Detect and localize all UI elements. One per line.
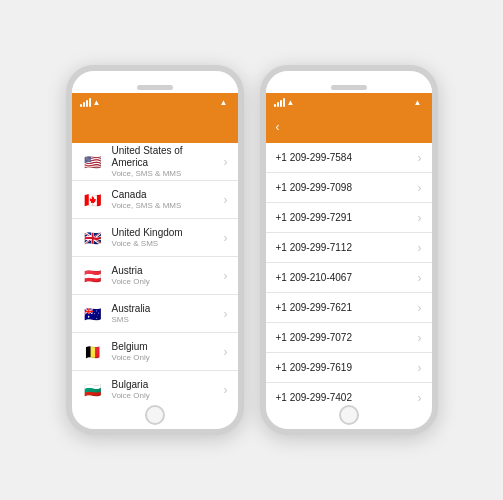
speaker (137, 85, 173, 90)
nav-bar-1 (72, 111, 238, 143)
chevron-right-icon: › (224, 231, 228, 245)
number-list-item[interactable]: +1 209-299-7072 › (266, 323, 432, 353)
signal-icon-2 (274, 98, 285, 107)
country-name: Belgium (112, 341, 220, 353)
country-name: Canada (112, 189, 220, 201)
battery-icon-1: ▲ (220, 98, 228, 107)
country-list-item[interactable]: 🇧🇪 Belgium Voice Only › (72, 333, 238, 371)
country-sub: Voice Only (112, 391, 220, 401)
country-name: Australia (112, 303, 220, 315)
chevron-right-icon: › (224, 383, 228, 397)
flag-icon: 🇧🇬 (82, 382, 104, 398)
chevron-right-icon: › (418, 301, 422, 315)
country-sub: Voice, SMS & MMS (112, 169, 220, 179)
phone-number: +1 209-299-7112 (276, 242, 418, 253)
flag-icon: 🇨🇦 (82, 192, 104, 208)
flag-icon: 🇦🇹 (82, 268, 104, 284)
phone-country: ▲ ▲ 🇺🇸 United States of America Voice, S… (66, 65, 244, 435)
country-sub: Voice & SMS (112, 239, 220, 249)
phone-number: +1 209-299-7621 (276, 302, 418, 313)
phone-bottom-1 (72, 401, 238, 429)
phone-number: +1 209-299-7098 (276, 182, 418, 193)
phone-number: +1 209-299-7291 (276, 212, 418, 223)
phone-number: +1 209-210-4067 (276, 272, 418, 283)
status-bar-1: ▲ ▲ (72, 93, 238, 111)
chevron-right-icon: › (418, 391, 422, 402)
home-button-2[interactable] (339, 405, 359, 425)
country-list-item[interactable]: 🇦🇺 Australia SMS › (72, 295, 238, 333)
number-list-item[interactable]: +1 209-299-7291 › (266, 203, 432, 233)
flag-icon: 🇧🇪 (82, 344, 104, 360)
back-button-2[interactable]: ‹ (276, 120, 282, 134)
phone-top-bar-2 (266, 71, 432, 93)
phone-number: +1 209-299-7619 (276, 362, 418, 373)
country-name: Bulgaria (112, 379, 220, 391)
country-list-item[interactable]: 🇨🇦 Canada Voice, SMS & MMS › (72, 181, 238, 219)
number-list-item[interactable]: +1 209-299-7402 › (266, 383, 432, 401)
phones-container: ▲ ▲ 🇺🇸 United States of America Voice, S… (46, 45, 458, 455)
chevron-right-icon: › (224, 269, 228, 283)
country-sub: Voice Only (112, 277, 220, 287)
phone-number: +1 209-299-7072 (276, 332, 418, 343)
flag-icon: 🇦🇺 (82, 306, 104, 322)
country-name: United States of America (112, 145, 220, 169)
number-list-item[interactable]: +1 209-299-7621 › (266, 293, 432, 323)
country-list: 🇺🇸 United States of America Voice, SMS &… (72, 143, 238, 401)
country-list-item[interactable]: 🇦🇹 Austria Voice Only › (72, 257, 238, 295)
phone-bottom-2 (266, 401, 432, 429)
chevron-right-icon: › (224, 307, 228, 321)
country-sub: SMS (112, 315, 220, 325)
chevron-right-icon: › (418, 241, 422, 255)
status-left-2: ▲ (274, 98, 295, 107)
number-list-item[interactable]: +1 209-299-7112 › (266, 233, 432, 263)
country-sub: Voice, SMS & MMS (112, 201, 220, 211)
wifi-icon-2: ▲ (287, 98, 295, 107)
number-list-item[interactable]: +1 209-210-4067 › (266, 263, 432, 293)
status-bar-2: ▲ ▲ (266, 93, 432, 111)
chevron-right-icon: › (418, 181, 422, 195)
country-list-item[interactable]: 🇺🇸 United States of America Voice, SMS &… (72, 143, 238, 181)
number-list-item[interactable]: +1 209-299-7619 › (266, 353, 432, 383)
flag-icon: 🇺🇸 (82, 154, 104, 170)
wifi-icon-1: ▲ (93, 98, 101, 107)
number-list-item[interactable]: +1 209-299-7584 › (266, 143, 432, 173)
status-right-2: ▲ (414, 98, 424, 107)
phone-number: +1 209-299-7402 (276, 392, 418, 401)
chevron-right-icon: › (418, 151, 422, 165)
country-list-item[interactable]: 🇧🇬 Bulgaria Voice Only › (72, 371, 238, 401)
chevron-right-icon: › (224, 155, 228, 169)
numbers-list: +1 209-299-7584 › +1 209-299-7098 › +1 2… (266, 143, 432, 401)
country-sub: Voice Only (112, 353, 220, 363)
nav-bar-2: ‹ (266, 111, 432, 143)
number-list-item[interactable]: +1 209-299-7098 › (266, 173, 432, 203)
battery-icon-2: ▲ (414, 98, 422, 107)
phone-numbers: ▲ ▲ ‹ +1 209-299-7584 › +1 209-299-7098 … (260, 65, 438, 435)
status-left-1: ▲ (80, 98, 101, 107)
status-right-1: ▲ (220, 98, 230, 107)
chevron-right-icon: › (224, 193, 228, 207)
chevron-right-icon: › (418, 211, 422, 225)
country-name: United Kingdom (112, 227, 220, 239)
country-list-item[interactable]: 🇬🇧 United Kingdom Voice & SMS › (72, 219, 238, 257)
chevron-right-icon: › (418, 331, 422, 345)
country-name: Austria (112, 265, 220, 277)
home-button-1[interactable] (145, 405, 165, 425)
flag-icon: 🇬🇧 (82, 230, 104, 246)
signal-icon-1 (80, 98, 91, 107)
chevron-right-icon: › (418, 271, 422, 285)
phone-top-bar (72, 71, 238, 93)
chevron-right-icon: › (224, 345, 228, 359)
phone-number: +1 209-299-7584 (276, 152, 418, 163)
chevron-left-icon: ‹ (276, 120, 280, 134)
speaker-2 (331, 85, 367, 90)
chevron-right-icon: › (418, 361, 422, 375)
